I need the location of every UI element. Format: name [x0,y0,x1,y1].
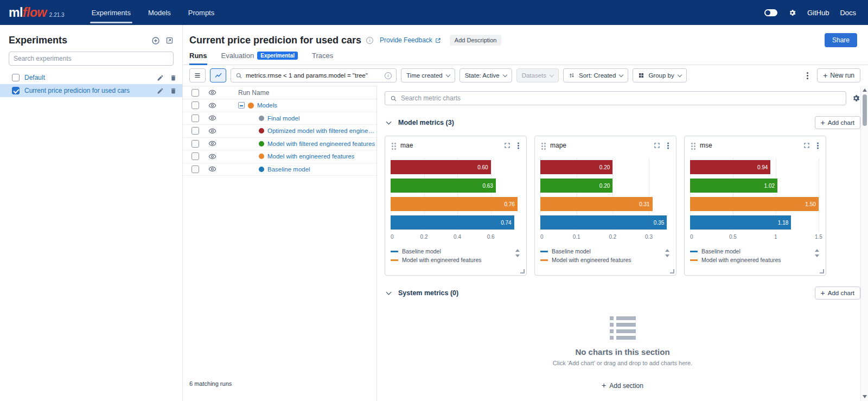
runs-search-input[interactable] [246,72,381,79]
card-resize-handle[interactable] [670,269,674,273]
run-name-link[interactable]: Optimized model with filtered engineered… [267,128,376,134]
experiment-checkbox[interactable] [12,87,20,94]
experiment-list-item[interactable]: Default [0,71,182,84]
run-name-link[interactable]: Baseline model [267,166,310,173]
experiment-list-item-selected[interactable]: Current price predicion for used cars [0,84,182,97]
experiment-name-link[interactable]: Default [24,74,152,81]
model-metrics-title[interactable]: Model metrics (3) [398,119,454,126]
run-name-link[interactable]: Model with engineered features [267,153,354,160]
chart-options-kebab-icon[interactable] [817,145,819,147]
chart-view-button[interactable] [210,68,226,82]
docs-link[interactable]: Docs [840,9,856,17]
github-link[interactable]: GitHub [807,9,829,17]
nav-models[interactable]: Models [139,0,180,25]
tab-traces[interactable]: Traces [312,52,333,65]
eye-icon[interactable] [205,88,220,97]
card-resize-handle[interactable] [820,269,824,273]
legend-scroll-down-icon[interactable] [665,254,669,257]
mlflow-logo[interactable]: ml flow 2.21.3 [9,5,65,20]
run-name-column-header[interactable]: Run Name [220,89,269,97]
search-info-icon[interactable] [385,72,392,79]
settings-gear-icon[interactable] [788,9,796,17]
fullscreen-icon[interactable] [654,142,660,149]
share-button[interactable]: Share [825,33,857,47]
fullscreen-icon[interactable] [803,142,810,149]
metric-bar[interactable]: 0.63 [391,179,496,193]
run-row[interactable]: Model with engineered features [183,150,376,163]
legend-scroll-up-icon[interactable] [515,249,520,252]
state-dropdown[interactable]: State: Active [459,68,512,82]
add-description-button[interactable]: Add Description [450,35,502,46]
nav-prompts[interactable]: Prompts [180,0,223,25]
add-chart-button[interactable]: Add chart [815,116,860,129]
metric-bar[interactable]: 0.31 [540,197,653,211]
chart-settings-gear-icon[interactable] [852,94,860,103]
run-checkbox[interactable] [192,101,199,109]
group-by-dropdown[interactable]: Group by [633,68,686,82]
eye-icon[interactable] [205,152,220,161]
experiment-checkbox[interactable] [12,74,20,81]
collapse-chevron-icon[interactable] [386,119,392,125]
search-experiments-input[interactable] [9,52,174,66]
vertical-scrollbar[interactable] [860,86,868,401]
metric-bar[interactable]: 0.20 [540,160,612,174]
metric-bar[interactable]: 1.18 [690,215,791,230]
system-metrics-title[interactable]: System metrics (0) [398,289,458,297]
eye-icon[interactable] [205,139,220,148]
scrollbar-thumb[interactable] [863,94,867,126]
nav-experiments[interactable]: Experiments [83,0,139,25]
run-checkbox[interactable] [192,166,199,173]
delete-trash-icon[interactable] [170,74,177,81]
info-icon[interactable] [366,37,373,44]
edit-pencil-icon[interactable] [157,87,164,94]
time-created-dropdown[interactable]: Time created [401,68,455,82]
datasets-dropdown[interactable]: Datasets [516,68,559,82]
run-row[interactable]: Final model [183,112,376,125]
run-checkbox[interactable] [192,127,199,135]
new-run-button[interactable]: New run [817,68,860,82]
provide-feedback-link[interactable]: Provide Feedback [380,36,441,44]
eye-icon[interactable] [205,165,220,173]
collapse-minus-icon[interactable] [238,102,245,109]
metric-bar[interactable]: 0.76 [391,197,518,211]
tab-runs[interactable]: Runs [189,52,207,65]
fullscreen-icon[interactable] [504,142,510,149]
add-section-button[interactable]: Add section [602,381,643,390]
legend-scroll-down-icon[interactable] [515,254,520,257]
run-name-link[interactable]: Final model [267,115,299,122]
run-row[interactable]: Model with filtered engineered features [183,138,376,151]
eye-icon[interactable] [205,114,220,122]
add-chart-button[interactable]: Add chart [815,287,860,300]
drag-handle-icon[interactable] [541,143,543,144]
run-checkbox[interactable] [192,114,199,122]
run-checkbox[interactable] [192,152,199,160]
chart-options-kebab-icon[interactable] [518,145,519,147]
metric-bar[interactable]: 0.20 [540,179,612,193]
run-name-link[interactable]: Model with filtered engineered features [267,141,375,147]
drag-handle-icon[interactable] [691,143,693,144]
metric-bar[interactable]: 1.50 [690,197,819,211]
more-options-kebab-icon[interactable] [807,75,808,77]
run-row[interactable]: Optimized model with filtered engineered… [183,125,376,138]
theme-toggle-icon[interactable] [764,9,777,16]
run-name-link[interactable]: Models [257,102,277,109]
metric-bar[interactable]: 1.02 [690,179,777,193]
tab-evaluation[interactable]: Evaluation Experimental [221,52,298,65]
legend-scroll-down-icon[interactable] [815,254,819,257]
popout-icon[interactable] [165,36,174,44]
card-resize-handle[interactable] [520,269,525,273]
metric-charts-search-input[interactable] [401,94,841,102]
metric-bar[interactable]: 0.35 [540,215,667,230]
legend-scroll-up-icon[interactable] [665,249,669,252]
experiment-name-link[interactable]: Current price predicion for used cars [24,87,152,94]
scroll-down-arrow-icon[interactable] [863,395,867,398]
run-row[interactable]: Models [183,99,376,112]
drag-handle-icon[interactable] [392,143,393,144]
metric-bar[interactable]: 0.74 [391,215,514,230]
scroll-up-arrow-icon[interactable] [863,88,867,92]
metric-bar[interactable]: 0.60 [391,160,491,174]
chart-options-kebab-icon[interactable] [667,145,669,147]
select-all-checkbox[interactable] [192,89,199,97]
delete-trash-icon[interactable] [170,87,177,94]
sort-dropdown[interactable]: Sort: Created [563,68,628,82]
